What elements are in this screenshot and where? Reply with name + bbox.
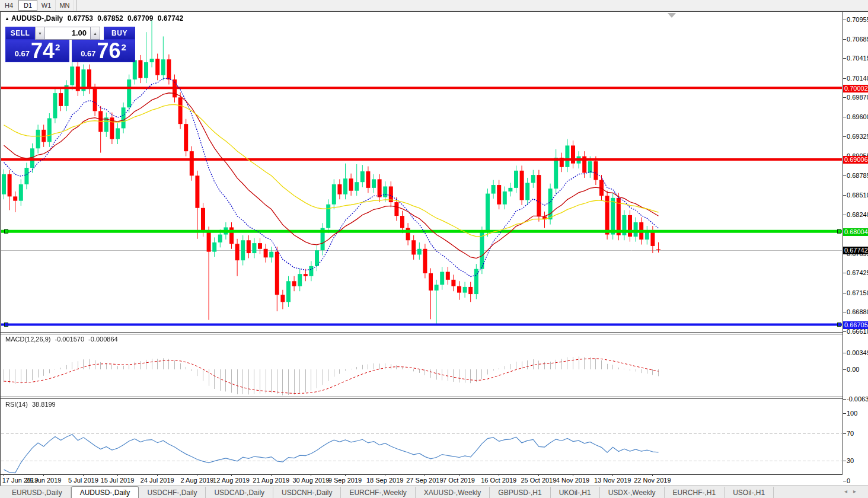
chart-tab-usdcnh-daily[interactable]: USDCNH-,Daily [273,487,341,498]
chart-tab-eurusd-daily[interactable]: EURUSD-,Daily [4,487,71,498]
rsi-chart-canvas[interactable] [1,399,842,474]
tab-scrollers: ◂▸ [844,488,862,494]
rsi-tick-mark [843,413,846,414]
price-tick-mark [843,293,846,293]
volume-input[interactable]: 1.00 [45,27,90,40]
ohlc-high: 0.67852 [97,14,123,23]
time-tick-mark [459,474,459,476]
rsi-tick-label: 70 [847,430,854,437]
time-tick-mark [83,474,84,476]
price-tick-label: 0.67150 [847,289,868,296]
terminal-root: H4D1W1MN ▲AUDUSD-,Daily 0.67753 0.67852 … [0,0,868,498]
chart-shift-marker-icon[interactable] [668,13,676,18]
chart-tab-eurchf-weekly[interactable]: EURCHF-,Weekly [341,487,415,498]
pane-separator[interactable] [1,334,843,334]
price-marker-label: 0.68004 [843,228,868,236]
timeframe-button-mn[interactable]: MN [56,0,74,11]
volume-increase-button[interactable]: ▲ [90,27,100,40]
time-tick-label: 24 Jul 2019 [141,477,174,484]
price-tick-mark [843,175,846,176]
buy-price-prefix: 0.67 [81,49,95,58]
price-tick-mark [843,273,846,273]
time-tick-label: 26 Jun 2019 [25,477,62,484]
pane-separator[interactable] [1,398,843,399]
price-tick-mark [843,39,846,40]
price-tick-mark [843,331,846,332]
chart-tab-usoil-h1[interactable]: USOil-,H1 [725,487,774,498]
timeframe-button-w1[interactable]: W1 [37,0,56,11]
macd-chart-canvas[interactable] [1,334,842,395]
pane-separator[interactable] [1,332,843,333]
rsi-tick-label: 30 [847,457,854,464]
time-tick-label: 7 Oct 2019 [443,477,475,484]
time-tick-label: 13 Nov 2019 [594,477,631,484]
price-tick-mark [843,97,846,98]
price-tick-label: 0.66880 [847,308,868,315]
price-tick-mark [843,215,846,215]
price-marker-label: 0.67742 [843,247,868,254]
time-tick-mark [425,474,425,476]
time-tick-mark [385,474,385,476]
time-tick-label: 2 Aug 2019 [181,477,214,484]
price-tick-label: 0.68510 [847,191,868,199]
time-tick-mark [4,474,4,476]
rsi-value: 38.8199 [32,401,56,408]
chart-tab-ukoil-h1[interactable]: UKOil-,H1 [551,487,600,498]
price-marker-label: 0.66705 [843,321,868,329]
chart-tab-eurchf-h1[interactable]: EURCHF-,H1 [665,487,725,498]
time-tick-label: 16 Oct 2019 [481,477,516,484]
buy-price-big: 76 [97,42,120,60]
sell-price-pip: 2 [55,42,60,52]
price-tick-mark [843,312,846,312]
rsi-tick-mark [843,433,846,434]
sell-price-button[interactable]: 0.67 74 2 [5,40,69,62]
ohlc-close: 0.67742 [158,14,183,23]
price-axis-border [843,12,843,474]
time-axis[interactable]: 17 Jun 201926 Jun 20195 Jul 201915 Jul 2… [1,474,843,486]
price-tick-label: 0.70955 [847,16,868,23]
timeframe-button-d1[interactable]: D1 [18,0,37,11]
sell-price-big: 74 [31,42,55,60]
time-tick-label: 21 Aug 2019 [253,477,289,484]
chart-expand-icon: ▲ [5,16,9,21]
macd-tick-mark [843,399,846,400]
macd-label: MACD(12,26,9) -0.001570 -0.000864 [5,336,120,343]
rsi-tick-label: 100 [847,410,857,417]
timeframe-button-h4[interactable]: H4 [0,0,18,11]
chart-tab-bar: EURUSD-,DailyAUDUSD-,DailyUSDCHF-,DailyU… [0,486,868,498]
chart-tab-usdx-weekly[interactable]: USDX-,Weekly [600,487,665,498]
pane-separator[interactable] [1,397,843,397]
sell-button[interactable]: SELL [5,27,35,40]
time-tick-mark [573,474,573,476]
price-tick-label: 0.69870 [847,94,868,101]
chart-tab-audusd-daily[interactable]: AUDUSD-,Daily [71,486,139,498]
price-tick-label: 0.69600 [847,113,868,120]
chart-tab-usdcad-daily[interactable]: USDCAD-,Daily [206,487,273,498]
chart-tab-xauusd-weekly[interactable]: XAUUSD-,Weekly [416,487,490,498]
macd-value-2: -0.000864 [88,336,118,343]
chart-tab-usdchf-daily[interactable]: USDCHF-,Daily [139,487,206,498]
time-tick-label: 5 Jul 2019 [68,477,98,484]
buy-button[interactable]: BUY [104,27,135,40]
time-tick-mark [231,474,232,476]
price-tick-mark [843,195,846,196]
symbol-name: AUDUSD-,Daily [11,14,63,23]
buy-price-button[interactable]: 0.67 76 2 [72,40,135,62]
macd-value-1: -0.001570 [55,336,84,343]
price-tick-label: 0.68785 [847,172,868,179]
tab-scroll-right-icon[interactable]: ▸ [853,488,862,494]
price-marker-label: 0.70002 [843,85,868,92]
time-tick-label: 12 Aug 2019 [213,477,250,484]
time-tick-mark [499,474,499,476]
chart-tab-gbpusd-h1[interactable]: GBPUSD-,H1 [490,487,550,498]
price-tick-mark [843,136,846,137]
buy-price-pip: 2 [122,42,126,52]
time-tick-mark [311,474,311,476]
volume-decrease-button[interactable]: ▼ [35,27,45,40]
macd-tick-label: -0.00637 [847,395,868,403]
tab-scroll-left-icon[interactable]: ◂ [844,488,853,494]
time-tick-label: 15 Jul 2019 [101,477,135,484]
symbol-header: ▲AUDUSD-,Daily 0.67753 0.67852 0.67709 0… [5,14,186,23]
rsi-label: RSI(14) 38.8199 [5,401,58,408]
time-tick-mark [271,474,272,476]
